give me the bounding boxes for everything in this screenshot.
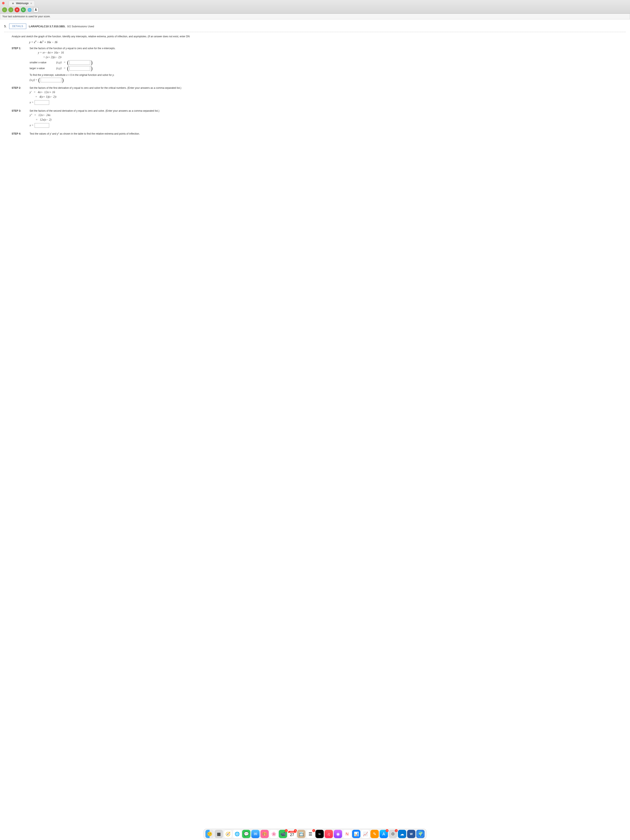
- step-3-label: STEP 3:: [12, 109, 26, 129]
- problem-code: LARAPCALC10 3.7.010.SBS. 0/2 Submissions…: [29, 25, 94, 28]
- step-4-body: Test the values of y′ and y″ as shown in…: [30, 132, 626, 135]
- tab-title: WebAssign: [16, 2, 28, 5]
- larger-x-row: larger x-value (x, y) = ( ): [30, 66, 626, 71]
- traffic-lights: [2, 2, 5, 5]
- tab-favicon-icon: ◉: [11, 2, 14, 5]
- smaller-x-row: smaller x-value (x, y) = ( ): [30, 60, 626, 65]
- step-4-label: STEP 4:: [12, 132, 26, 135]
- question-number: 5.: [4, 25, 7, 28]
- y-intercept-text: To find the y-intercept, substitute x = …: [30, 74, 626, 76]
- page-content: 5. DETAILS LARAPCALC10 3.7.010.SBS. 0/2 …: [0, 19, 630, 153]
- browser-toolbar: ← → ✕ ↻ 🌐 Ā: [0, 6, 630, 13]
- main-function: y = x4 − 4x3 + 16x − 16: [4, 40, 626, 44]
- step2-x-row: x =: [30, 100, 626, 105]
- forward-button[interactable]: →: [8, 7, 13, 12]
- step3-eq2: = 12x(x − 2): [30, 118, 626, 122]
- step-3-body: Set the factors of the second derivative…: [30, 109, 626, 129]
- step-4-text: Test the values of y′ and y″ as shown in…: [30, 132, 140, 135]
- tab-bar: ◉ WebAssign ×: [0, 0, 630, 6]
- step-1: STEP 1: Set the factors of the function …: [4, 47, 626, 84]
- back-button[interactable]: ←: [2, 7, 7, 12]
- critical-numbers-input[interactable]: [35, 100, 49, 105]
- browser-tab[interactable]: ◉ WebAssign ×: [9, 0, 35, 6]
- step-4: STEP 4: Test the values of y′ and y″ as …: [4, 132, 626, 135]
- reader-button[interactable]: Ā: [33, 7, 38, 12]
- y-intercept-input[interactable]: [41, 78, 62, 82]
- larger-x-input[interactable]: [69, 66, 90, 71]
- step-1-body: Set the factors of the function of y equ…: [30, 47, 626, 84]
- smaller-x-input[interactable]: [69, 60, 90, 65]
- second-deriv-input[interactable]: [35, 123, 49, 128]
- submissions-used: 0/2 Submissions Used: [67, 25, 94, 28]
- smaller-x-label: smaller x-value: [30, 61, 52, 64]
- stop-button[interactable]: ✕: [14, 7, 20, 12]
- step-2: STEP 2: Set the factors of the first der…: [4, 87, 626, 106]
- site-icon[interactable]: 🌐: [27, 7, 32, 12]
- submission-banner: Your last submission is used for your sc…: [0, 14, 630, 19]
- tab-close-icon[interactable]: ×: [30, 2, 32, 5]
- window-close[interactable]: [2, 2, 5, 5]
- question-header: 5. DETAILS LARAPCALC10 3.7.010.SBS. 0/2 …: [4, 24, 626, 29]
- step-3-text: Set the factors of the second derivative…: [30, 109, 626, 112]
- larger-x-label: larger x-value: [30, 67, 52, 70]
- step1-eq1: y = x4 − 4x3 + 16x − 16: [30, 51, 626, 54]
- step3-eq1: y″ = 12x2 − 24x: [30, 114, 626, 117]
- step2-eq1: y′ = 4x3 − 12x2 + 16: [30, 91, 626, 94]
- step-2-body: Set the factors of the first derivative …: [30, 87, 626, 106]
- step2-eq2: = 4(x + 1)(x − 2)2: [30, 95, 626, 98]
- step-1-label: STEP 1:: [12, 47, 26, 84]
- details-button[interactable]: DETAILS: [9, 24, 27, 29]
- reload-button[interactable]: ↻: [21, 7, 26, 12]
- y-intercept-row: (x, y) = ( ): [30, 78, 626, 82]
- browser-chrome: ◉ WebAssign × ← → ✕ ↻ 🌐 Ā: [0, 0, 630, 14]
- step-2-text: Set the factors of the first derivative …: [30, 87, 626, 89]
- instructions: Analyze and sketch the graph of the func…: [4, 35, 626, 38]
- step-1-text: Set the factors of the function of y equ…: [30, 47, 626, 50]
- step-3: STEP 3: Set the factors of the second de…: [4, 109, 626, 129]
- step1-eq2: = (x + 2)(x − 2)3: [30, 55, 626, 59]
- step3-x-row: x =: [30, 123, 626, 128]
- problem-code-text: LARAPCALC10 3.7.010.SBS.: [29, 25, 65, 28]
- step-2-label: STEP 2:: [12, 87, 26, 106]
